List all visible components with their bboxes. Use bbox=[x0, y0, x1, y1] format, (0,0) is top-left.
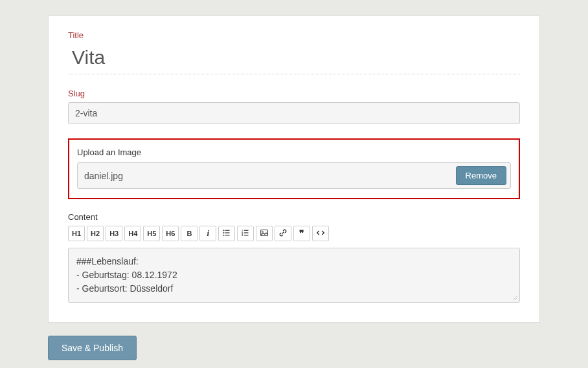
upload-image-section: Upload an Image daniel.jpg Remove bbox=[68, 138, 520, 199]
ol-button[interactable]: 123 bbox=[237, 226, 254, 241]
slug-label: Slug bbox=[68, 89, 520, 98]
save-row: Save & Publish bbox=[48, 336, 540, 360]
svg-rect-7 bbox=[244, 230, 249, 231]
resize-handle[interactable] bbox=[511, 294, 517, 300]
ol-icon: 123 bbox=[242, 229, 249, 238]
svg-rect-5 bbox=[225, 235, 230, 235]
link-button[interactable] bbox=[275, 226, 291, 241]
ul-icon bbox=[223, 229, 231, 238]
h2-button[interactable]: H2 bbox=[87, 226, 104, 241]
title-field: Title bbox=[68, 30, 520, 74]
code-icon bbox=[317, 229, 324, 238]
svg-rect-11 bbox=[244, 235, 249, 235]
svg-point-0 bbox=[223, 230, 225, 231]
h1-button[interactable]: H1 bbox=[68, 226, 85, 241]
h6-button[interactable]: H6 bbox=[162, 226, 179, 241]
slug-input[interactable] bbox=[68, 102, 520, 124]
upload-filename: daniel.jpg bbox=[84, 171, 456, 181]
upload-label: Upload an Image bbox=[77, 147, 511, 157]
title-input[interactable] bbox=[68, 44, 520, 75]
svg-rect-1 bbox=[225, 230, 230, 231]
h5-button[interactable]: H5 bbox=[143, 226, 160, 241]
editor-card: Title Slug Upload an Image daniel.jpg Re… bbox=[48, 16, 540, 323]
save-publish-button[interactable]: Save & Publish bbox=[48, 336, 137, 360]
ul-button[interactable] bbox=[218, 226, 235, 241]
upload-row: daniel.jpg Remove bbox=[77, 162, 511, 189]
remove-button[interactable]: Remove bbox=[456, 166, 506, 185]
editor-toolbar: H1 H2 H3 H4 H5 H6 B i 123 bbox=[68, 226, 520, 241]
title-label: Title bbox=[68, 30, 520, 40]
h3-button[interactable]: H3 bbox=[106, 226, 122, 241]
editor-wrap: ###Lebenslauf: - Geburtstag: 08.12.1972 … bbox=[68, 248, 520, 303]
bold-button[interactable]: B bbox=[181, 226, 198, 241]
link-icon bbox=[279, 229, 287, 238]
svg-point-2 bbox=[223, 232, 225, 233]
code-button[interactable] bbox=[312, 226, 329, 241]
content-label: Content bbox=[68, 212, 520, 222]
h4-button[interactable]: H4 bbox=[124, 226, 141, 241]
svg-point-4 bbox=[223, 235, 225, 236]
slug-field: Slug bbox=[68, 89, 520, 124]
image-button[interactable] bbox=[256, 226, 273, 241]
image-icon bbox=[260, 229, 268, 238]
svg-rect-3 bbox=[225, 232, 230, 233]
svg-text:3: 3 bbox=[242, 234, 243, 237]
quote-button[interactable]: ❞ bbox=[293, 226, 310, 241]
content-field: Content H1 H2 H3 H4 H5 H6 B i 123 bbox=[68, 212, 520, 303]
content-editor[interactable]: ###Lebenslauf: - Geburtstag: 08.12.1972 … bbox=[68, 248, 520, 303]
svg-rect-9 bbox=[244, 232, 249, 233]
italic-button[interactable]: i bbox=[199, 226, 216, 241]
